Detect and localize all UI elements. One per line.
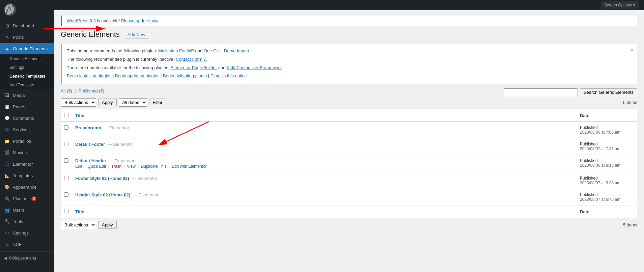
row-action-link[interactable]: Edit [75,164,82,169]
row-date-cell: Published2023/08/07 at 9:38 am [577,172,637,189]
date-column-header[interactable]: Date [577,109,637,122]
row-action-link[interactable]: View [127,164,136,169]
sidebar-item-label: Portfolios [13,139,31,144]
sidebar: ⊞ Dashboard ✎ Posts ◈ Generic Elements G… [0,0,54,272]
row-title-link[interactable]: Breadcrumb [75,125,101,130]
row-title-link[interactable]: Default Footer [75,142,105,147]
row-date-cell: Published2023/08/07 at 6:45 am [577,189,637,206]
sidebar-item-label: ACF [13,242,22,247]
sidebar-item-label: Posts [13,35,24,40]
sidebar-item-services[interactable]: ⚙ Services [0,124,54,135]
filter-button[interactable]: Filter [149,99,166,106]
row-checkbox[interactable] [64,176,68,180]
apply-button-bottom[interactable]: Apply [98,221,117,229]
users-icon: 👥 [4,207,10,213]
one-click-demo-link[interactable]: One Click Demo Import [204,48,249,53]
filter-links: All (5) | Published (5) [61,88,104,93]
row-type-separator: — Elementor [131,176,157,181]
sidebar-item-label: Users [13,208,24,213]
begin-activating-link[interactable]: Begin activating plugin [163,73,207,78]
search-input[interactable] [504,88,578,96]
sidebar-item-acf[interactable]: 🗂 ACF [0,239,54,250]
sidebar-item-plugins[interactable]: 🔌 Plugins 3 [0,193,54,204]
acf-icon: 🗂 [4,241,10,247]
row-action-link[interactable]: Trash [111,164,121,169]
row-checkbox[interactable] [64,125,68,130]
mailchimp-link[interactable]: Mailchimp For WP [158,48,194,53]
submenu-item-generic-templates[interactable]: Generic Templates [0,72,54,81]
date-filter-select[interactable]: All dates [119,98,147,107]
search-button[interactable]: Search Generic Elements [580,88,637,96]
row-action-link[interactable]: Quick Edit [87,164,106,169]
row-title-cell: Default Header — ElementorEdit | Quick E… [72,155,577,172]
filter-published-link[interactable]: Published (5) [79,88,105,93]
sidebar-item-elementor[interactable]: ⬡ Elementor [0,158,54,170]
check-all-header [61,109,72,122]
row-checkbox-cell [61,172,72,189]
row-checkbox[interactable] [64,142,68,146]
update-notice: WordPress 6.3 is available! Please updat… [61,16,637,26]
row-action-link[interactable]: Duplicate This [141,164,167,169]
check-all-footer-checkbox[interactable] [64,209,68,213]
sidebar-item-movies[interactable]: 🎬 Movies [0,147,54,158]
update-now-link[interactable]: Please update now [121,18,158,23]
sidebar-item-users[interactable]: 👥 Users [0,204,54,216]
sidebar-item-label: Templates [13,173,33,178]
submenu-item-settings[interactable]: Settings [0,63,54,72]
sidebar-item-templates[interactable]: 📐 Templates [0,170,54,181]
row-type-separator: — Elementor [132,192,158,197]
sidebar-item-settings[interactable]: ⚙ Settings [0,227,54,239]
sidebar-item-posts[interactable]: ✎ Posts [0,31,54,43]
generic-elements-submenu: Generic Elements Settings Generic Templa… [0,54,54,89]
media-icon: 🖼 [4,92,10,98]
bottom-toolbar-row: Bulk actions Apply 5 items [61,221,637,229]
submenu-item-add-template[interactable]: Add Template [0,81,54,89]
filter-all-link[interactable]: All (5) [61,88,72,93]
sidebar-item-tools[interactable]: 🔨 Tools [0,216,54,227]
row-title-link[interactable]: Header Style 02 (Home 02) [75,192,130,197]
dismiss-notice-link[interactable]: Dismiss this notice [211,73,247,78]
add-new-button[interactable]: Add New [124,31,149,38]
sidebar-item-dashboard[interactable]: ⊞ Dashboard [0,20,54,31]
table-row: Header Style 02 (Home 02) — ElementorPub… [61,189,637,206]
posts-table: Title Date Breadcrumb — ElementorPublish… [61,109,637,218]
elementor-pb-link[interactable]: Elementor Page Builder [171,65,217,70]
posts-icon: ✎ [4,34,10,40]
row-date-cell: Published2023/08/07 at 7:41 am [577,138,637,155]
row-action-link[interactable]: Edit with Elementor [172,164,206,169]
row-checkbox[interactable] [64,158,68,163]
screen-options-button[interactable]: Screen Options ▾ [601,1,639,9]
table-row: Breadcrumb — ElementorPublished2023/08/0… [61,122,637,138]
row-title-link[interactable]: Footer Style 02 (Home 03) [75,176,129,181]
pages-icon: 📋 [4,104,10,110]
submenu-item-generic-elements[interactable]: Generic Elements [0,54,54,63]
row-title-link[interactable]: Default Header [75,158,106,163]
row-type-separator: — Elementor [106,142,133,147]
title-footer-col[interactable]: Title [72,206,577,218]
sidebar-item-pages[interactable]: 📋 Pages [0,101,54,112]
sidebar-item-comments[interactable]: 💬 Comments [0,112,54,124]
row-checkbox-cell [61,122,72,138]
sidebar-item-appearance[interactable]: 🎨 Appearance [0,181,54,193]
bulk-actions-select-top[interactable]: Bulk actions [61,98,96,107]
sidebar-item-media[interactable]: 🖼 Media [0,89,54,101]
collapse-menu-button[interactable]: ◀ Collapse menu [0,253,54,263]
notice-close-button[interactable]: ✕ [629,47,634,53]
wp-version-link[interactable]: WordPress 6.3 [67,18,96,23]
sidebar-item-portfolios[interactable]: 📁 Portfolios [0,135,54,147]
sidebar-item-label: Services [13,127,30,132]
toolbar-left: All (5) | Published (5) [61,88,104,96]
plugin-notice: ✕ This theme recommends the following pl… [61,44,637,84]
bulk-actions-select-bottom[interactable]: Bulk actions [61,221,96,229]
begin-installing-link[interactable]: Begin installing plugins [67,73,111,78]
kirki-link[interactable]: Kirki Customizer Framework [227,65,282,70]
title-column-header[interactable]: Title [72,109,577,122]
date-footer-col[interactable]: Date [577,206,637,218]
apply-button-top[interactable]: Apply [98,99,117,106]
contact-form-link[interactable]: Contact Form 7 [176,57,206,62]
check-all-checkbox[interactable] [64,113,68,117]
row-checkbox[interactable] [64,192,68,197]
items-count-top: 5 items [623,100,637,105]
sidebar-item-generic-elements[interactable]: ◈ Generic Elements [0,43,54,54]
begin-updating-link[interactable]: Begin updating plugins [115,73,160,78]
